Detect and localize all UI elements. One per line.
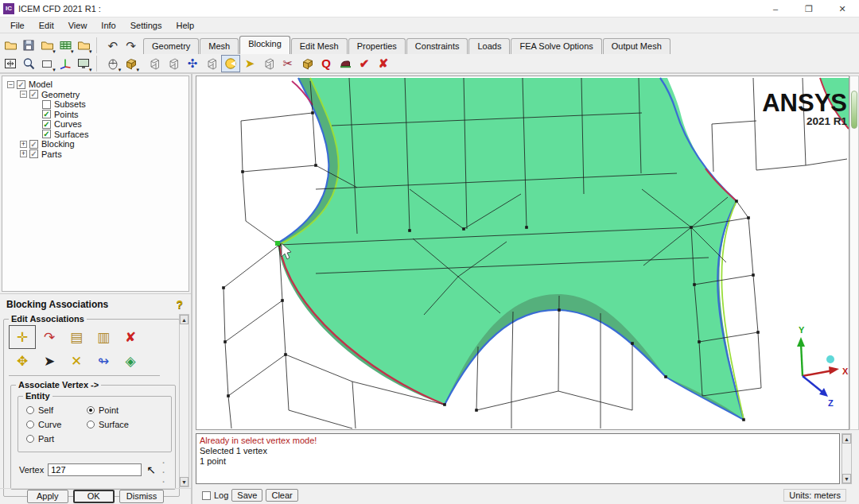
message-scrollbar[interactable]: ▲ ▼ (842, 433, 852, 484)
screen-capture-icon[interactable]: ▾ (75, 55, 93, 72)
associate-vertex-icon[interactable]: ✛ (9, 325, 36, 349)
checkbox-icon[interactable]: ✓ (29, 140, 38, 149)
smooth-premesh-icon[interactable] (336, 55, 355, 72)
ok-button[interactable]: OK (73, 490, 115, 503)
premesh-quality-icon[interactable]: Q (317, 55, 336, 72)
radio-surface[interactable]: Surface (87, 420, 168, 429)
save-log-button[interactable]: Save (231, 489, 262, 502)
viewport-scroll-thumb[interactable] (851, 91, 857, 129)
create-block-icon[interactable] (145, 55, 164, 72)
update-associations-icon[interactable]: ↬ (90, 349, 117, 373)
move-vertex-icon[interactable]: ➤ (240, 55, 259, 72)
restore-button[interactable]: ❐ (792, 0, 826, 17)
tab-loads[interactable]: Loads (468, 38, 510, 54)
dropdown-arrow-icon[interactable]: ▾ (71, 48, 74, 54)
radio-part[interactable]: Part (26, 434, 87, 444)
tree-item-points[interactable]: ✓Points (7, 110, 189, 120)
msg-scroll-down-icon[interactable]: ▼ (842, 474, 851, 483)
menu-item-settings[interactable]: Settings (123, 19, 169, 32)
split-block-icon[interactable] (164, 55, 183, 72)
local-coord-system-icon[interactable] (56, 55, 75, 72)
tab-output-mesh[interactable]: Output Mesh (603, 38, 670, 54)
msg-scroll-up-icon[interactable]: ▲ (842, 434, 851, 444)
checkbox-icon[interactable]: ✓ (42, 120, 51, 129)
tab-mesh[interactable]: Mesh (200, 38, 239, 54)
tab-constraints[interactable]: Constraints (406, 38, 468, 54)
dismiss-button[interactable]: Dismiss (119, 490, 165, 503)
menu-item-info[interactable]: Info (94, 19, 122, 32)
tree-item-surfaces[interactable]: ✓Surfaces (7, 130, 189, 140)
radio-button-icon[interactable] (87, 406, 95, 414)
checkbox-icon[interactable]: ✓ (42, 130, 51, 138)
transform-blocks-icon[interactable]: ✂ (278, 55, 297, 72)
close-button[interactable]: ✕ (826, 0, 859, 17)
tree-item-parts[interactable]: +✓Parts (7, 149, 189, 160)
edit-block-icon[interactable] (202, 55, 221, 72)
menu-item-view[interactable]: View (61, 19, 95, 32)
checkbox-icon[interactable]: ✓ (29, 149, 38, 158)
delete-blocks-icon[interactable]: ✘ (374, 55, 393, 72)
fit-window-icon[interactable] (2, 55, 20, 72)
radio-button-icon[interactable] (26, 435, 34, 443)
associate-icon[interactable] (221, 55, 240, 72)
help-icon[interactable]: ? (176, 298, 183, 311)
more-options-button[interactable]: . . . (162, 456, 172, 484)
menu-item-edit[interactable]: Edit (32, 19, 61, 32)
vertex-input[interactable] (48, 463, 142, 476)
mouse-options-icon[interactable]: ▾ (103, 55, 122, 72)
expander-icon[interactable]: + (20, 141, 27, 148)
merge-vertices-icon[interactable]: ✣ (183, 55, 202, 72)
tab-blocking[interactable]: Blocking (239, 36, 290, 54)
checkbox-icon[interactable]: ✓ (42, 110, 51, 118)
scroll-down-icon[interactable]: ▼ (180, 477, 189, 487)
radio-curve[interactable]: Curve (26, 420, 87, 429)
radio-button-icon[interactable] (26, 421, 34, 428)
log-checkbox[interactable] (202, 491, 211, 500)
expander-icon[interactable]: + (20, 150, 27, 157)
redo-icon[interactable]: ↷ (122, 37, 140, 54)
dropdown-arrow-icon[interactable]: ▾ (52, 67, 56, 72)
snap-project-vertices-icon[interactable]: ✥ (9, 349, 36, 373)
expander-icon[interactable]: − (20, 91, 27, 98)
tree-item-geometry[interactable]: −✓Geometry (7, 90, 189, 100)
checkbox-icon[interactable]: ✓ (17, 80, 25, 89)
align-vertices-icon[interactable]: ✕ (63, 349, 90, 373)
checkbox-icon[interactable] (42, 100, 51, 109)
menu-item-file[interactable]: File (3, 19, 32, 32)
menu-item-help[interactable]: Help (169, 19, 201, 32)
associate-edge-to-curve-icon[interactable]: ↷ (36, 325, 63, 349)
clear-log-button[interactable]: Clear (266, 489, 297, 502)
edit-edge-icon[interactable] (259, 55, 278, 72)
3d-viewport[interactable]: ANSYS 2021 R1 Y X Z (196, 76, 849, 430)
radio-self[interactable]: Self (26, 405, 87, 415)
associations-scrollbar[interactable]: ▲ ▼ (179, 314, 189, 487)
dropdown-arrow-icon[interactable]: ▾ (89, 48, 92, 54)
radio-button-icon[interactable] (87, 421, 95, 428)
tab-fea-solve-options[interactable]: FEA Solve Options (511, 38, 601, 54)
open-geometry-icon[interactable]: ▾ (38, 37, 56, 54)
premesh-params-icon[interactable] (297, 55, 317, 72)
dropdown-arrow-icon[interactable]: ▾ (89, 67, 92, 72)
move-vertex-arrow-icon[interactable]: ➤ (36, 349, 63, 373)
tree-item-subsets[interactable]: Subsets (7, 99, 189, 110)
zoom-icon[interactable] (20, 55, 38, 72)
save-project-icon[interactable] (20, 37, 38, 54)
checkbox-icon[interactable]: ✓ (29, 90, 38, 99)
tree-item-curves[interactable]: ✓Curves (7, 119, 189, 130)
measure-distance-icon[interactable]: ▾ (38, 55, 56, 72)
radio-button-icon[interactable] (26, 406, 34, 414)
check-blocks-icon[interactable]: ✔ (355, 55, 374, 72)
viewport-scrollbar[interactable] (849, 76, 859, 430)
group-curves-icon[interactable]: ◈ (117, 349, 144, 373)
associate-face-to-surface-icon[interactable]: ▤ (63, 325, 90, 349)
open-mesh-icon[interactable]: ▾ (56, 37, 75, 54)
scroll-up-icon[interactable]: ▲ (180, 315, 189, 324)
dropdown-arrow-icon[interactable]: ▾ (52, 48, 56, 54)
dropdown-arrow-icon[interactable]: ▾ (137, 67, 140, 72)
display-solid-icon[interactable]: ▾ (122, 55, 140, 72)
minimize-button[interactable]: – (759, 0, 792, 17)
disassociate-icon[interactable]: ✘ (117, 325, 144, 349)
tree-item-blocking[interactable]: +✓Blocking (7, 139, 189, 149)
open-project-icon[interactable] (2, 37, 20, 54)
tab-properties[interactable]: Properties (348, 38, 406, 54)
